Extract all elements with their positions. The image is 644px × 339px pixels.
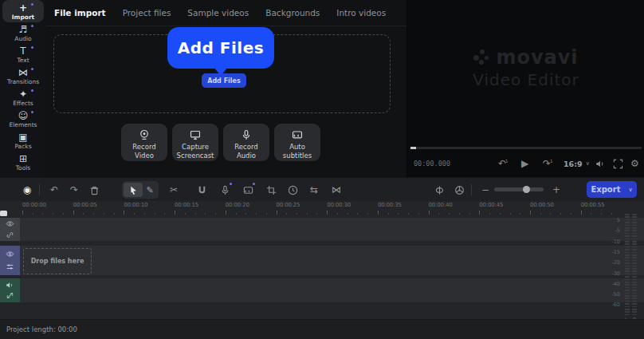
tabs-divider: [46, 26, 406, 26]
record-button[interactable]: ◉: [21, 178, 33, 202]
crop-button[interactable]: [265, 178, 277, 202]
chevron-down-icon: ∨: [628, 187, 632, 193]
link-off-icon[interactable]: [6, 291, 14, 300]
magnet-button[interactable]: [195, 178, 208, 202]
delete-button[interactable]: [88, 178, 100, 202]
ruler-minor-tick: [114, 213, 115, 215]
ruler-minor-tick: [286, 213, 287, 215]
record-audio-button[interactable]: Record Audio: [223, 124, 269, 161]
ruler-minor-tick: [337, 213, 338, 215]
ruler-minor-tick: [236, 213, 237, 215]
ruler-minor-tick: [591, 213, 591, 215]
audio-mixer-icon: [434, 185, 445, 195]
ruler-minor-tick: [408, 213, 409, 215]
title-track-header: [0, 218, 20, 241]
title-track-row[interactable]: [0, 218, 644, 241]
meter-db-label: 5: [606, 217, 620, 223]
video-track-header: [0, 246, 20, 275]
timeline-zoom-slider[interactable]: [494, 187, 544, 191]
ruler-major-tick: [378, 211, 379, 215]
sidebar-item-packs[interactable]: ▣Packs: [0, 131, 46, 151]
timeline-tracks: Drop files here: [0, 215, 644, 319]
eye-icon[interactable]: [6, 250, 14, 258]
video-track-row[interactable]: [0, 246, 644, 275]
fullscreen-button[interactable]: [613, 156, 623, 171]
ruler-minor-tick: [489, 213, 490, 215]
previous-frame-button[interactable]: ↶ 1: [498, 156, 509, 171]
redo-button[interactable]: ↷: [68, 178, 80, 202]
ruler-minor-tick: [195, 213, 196, 215]
audio-mixer-button[interactable]: [433, 178, 446, 202]
add-files-callout: Add Files: [167, 27, 274, 69]
record-video-button[interactable]: Record Video: [121, 124, 167, 161]
color-wheel-icon: [454, 185, 465, 195]
undo-button[interactable]: ↶: [48, 178, 61, 202]
color-adjustments-button[interactable]: ⇆: [308, 178, 320, 202]
preview-timecode: 00:00.000: [414, 156, 450, 171]
aspect-ratio-dropdown[interactable]: 16:9 ∨: [564, 156, 590, 171]
timeline-ruler[interactable]: 00:00:0000:00:0500:00:1000:00:1500:00:20…: [0, 201, 644, 215]
voiceover-button[interactable]: [218, 178, 231, 202]
auto-subtitles-button[interactable]: Auto subtitles: [274, 124, 320, 161]
playhead-handle[interactable]: [0, 211, 7, 216]
track-controls-icon[interactable]: [6, 262, 14, 271]
zoom-slider-thumb[interactable]: [523, 186, 530, 193]
sidebar-item-effects[interactable]: ✦Effects: [0, 88, 46, 108]
tab-file-import[interactable]: File import: [54, 8, 106, 18]
tab-backgrounds[interactable]: Backgrounds: [265, 8, 320, 18]
ruler-minor-tick: [438, 213, 439, 215]
audio-track-row[interactable]: [0, 278, 644, 302]
ruler-major-tick: [73, 211, 74, 215]
speaker-icon[interactable]: [6, 281, 14, 290]
capture-screencast-button[interactable]: Capture Screencast: [172, 124, 218, 161]
subtitles-icon: [243, 185, 253, 195]
sidebar-item-elements[interactable]: ☺Elements: [0, 109, 46, 129]
play-button[interactable]: ▶: [521, 156, 528, 171]
marker-tool-button[interactable]: ✎: [143, 185, 157, 195]
scissors-icon: ✂: [170, 184, 178, 195]
ruler-time-label: 00:00:20: [226, 202, 249, 208]
export-button[interactable]: Export ∨: [587, 181, 637, 198]
timeline-toolbar: ◉ ↶ ↷ ✎ ✂ ⇆ ⋈ − + Export ∨: [0, 177, 644, 202]
select-tool-button[interactable]: [124, 183, 143, 197]
zoom-out-button[interactable]: −: [479, 178, 492, 202]
sidebar: +Import♬AudioTText⋈Transitions✦Effects☺E…: [0, 0, 46, 177]
transition-wizard-button[interactable]: ⋈: [330, 178, 343, 202]
sidebar-item-tools[interactable]: ⊞Tools: [0, 152, 46, 172]
clip-speed-button[interactable]: [286, 178, 299, 202]
drop-files-here-zone[interactable]: Drop files here: [23, 248, 92, 274]
split-button[interactable]: ✂: [167, 178, 180, 202]
magnet-icon: [197, 185, 207, 195]
sidebar-item-text[interactable]: TText: [0, 45, 46, 65]
speed-clock-icon: [288, 185, 298, 195]
ruler-minor-tick: [601, 213, 602, 215]
sidebar-item-import[interactable]: +Import: [0, 2, 46, 22]
ruler-minor-tick: [33, 213, 33, 215]
ruler-minor-tick: [296, 213, 297, 215]
ruler-minor-tick: [63, 213, 64, 215]
tab-project-files[interactable]: Project files: [123, 8, 171, 18]
add-files-callout-label: Add Files: [178, 38, 264, 57]
subtitles-button[interactable]: [242, 178, 254, 202]
tab-sample-videos[interactable]: Sample videos: [187, 8, 249, 18]
zoom-in-button[interactable]: +: [550, 178, 563, 202]
preview-settings-button[interactable]: ⚙: [630, 156, 639, 171]
project-length-label: Project length: 00:00: [6, 325, 77, 333]
tab-intro-videos[interactable]: Intro videos: [336, 8, 386, 18]
ruler-minor-tick: [388, 213, 389, 215]
ruler-minor-tick: [348, 213, 348, 215]
audio-track-header: [0, 278, 20, 302]
sidebar-item-transitions[interactable]: ⋈Transitions: [0, 66, 46, 86]
link-icon[interactable]: [6, 231, 14, 239]
ruler-minor-tick: [53, 213, 53, 215]
ruler-minor-tick: [500, 213, 501, 215]
audio-icon: ♬: [19, 25, 28, 34]
next-frame-button[interactable]: ↷ 1: [543, 156, 553, 171]
pen-icon: ✎: [146, 185, 153, 195]
preview-seekbar[interactable]: [410, 147, 642, 149]
sidebar-item-audio[interactable]: ♬Audio: [0, 23, 46, 43]
color-wheel-button[interactable]: [453, 178, 465, 202]
volume-button[interactable]: [595, 156, 606, 171]
movavi-video-editor-window: { "colors": { "accent_blue": "#1b4cfa", …: [0, 0, 644, 339]
eye-icon[interactable]: [6, 219, 14, 228]
